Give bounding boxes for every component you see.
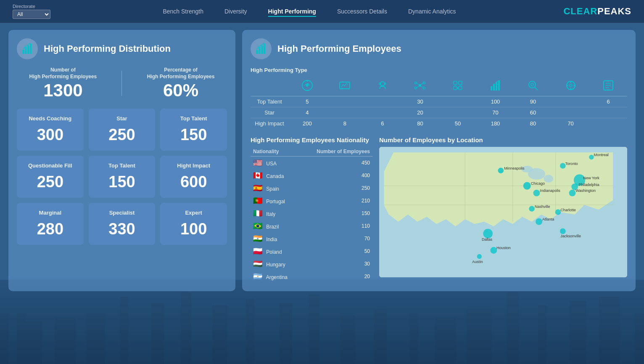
svg-point-62 (415, 87, 417, 89)
svg-rect-33 (507, 292, 519, 364)
svg-rect-38 (586, 316, 599, 364)
flag-icon: 🇨🇦 (253, 171, 262, 180)
icon-header-5 (477, 77, 515, 96)
svg-line-67 (421, 86, 423, 88)
svg-point-86 (570, 84, 572, 87)
nat-name-cell: 🇦🇷 Argentina (251, 270, 300, 283)
nav-diversity[interactable]: Diversity (224, 6, 247, 17)
svg-text:Toronto: Toronto (565, 162, 578, 166)
nat-name: Brazil (266, 224, 279, 230)
flag-icon: 🇦🇷 (253, 272, 262, 281)
icon-header-3 (401, 77, 439, 96)
nat-col2-header: Number of Employees (300, 147, 372, 157)
nav-hight-performing[interactable]: Hight Performing (268, 6, 316, 17)
svg-rect-40 (620, 307, 635, 364)
cell-0-3: 30 (401, 96, 439, 107)
svg-rect-17 (246, 299, 254, 364)
svg-text:Montreal: Montreal (594, 153, 609, 157)
svg-rect-13 (181, 292, 191, 364)
svg-text:Charlotte: Charlotte (560, 208, 576, 212)
svg-line-64 (417, 83, 419, 85)
metric-top-talent-1: Top Talent 150 (160, 109, 227, 151)
nat-name: USA (266, 161, 277, 167)
nat-name-cell: 🇺🇸 USA (251, 157, 300, 170)
svg-rect-11 (151, 303, 164, 364)
metric-value-8: 100 (167, 220, 220, 238)
svg-point-51 (306, 84, 309, 87)
nationality-row: 🇵🇱 Poland 50 (251, 245, 372, 258)
svg-text:Dallas: Dallas (482, 237, 493, 242)
metric-top-talent-2: Top Talent 150 (89, 156, 156, 198)
svg-rect-36 (546, 311, 570, 364)
svg-rect-45 (30, 44, 32, 54)
metric-label-0: Needs Coaching (24, 115, 77, 122)
row-label-1: Star (251, 107, 288, 118)
svg-rect-77 (493, 84, 495, 90)
table-row: Star 4 20 70 60 (251, 107, 627, 118)
icon-header-1 (326, 77, 364, 96)
nat-name: Spain (266, 186, 279, 192)
bottom-section: High Performing Employees Nationality Na… (251, 136, 627, 283)
svg-point-117 (529, 206, 535, 212)
stat-divider (121, 71, 122, 96)
cell-1-8 (589, 107, 627, 118)
count-label: Number of High Performing Employees (29, 67, 97, 80)
left-panel: High Performing Distribution Number of H… (8, 30, 235, 291)
svg-rect-7 (86, 314, 105, 364)
svg-text:Chicago: Chicago (531, 181, 545, 186)
cell-0-5: 100 (477, 96, 515, 107)
cell-0-0: 5 (288, 96, 326, 107)
nationality-row: 🇭🇺 Hungary 30 (251, 258, 372, 270)
cell-1-3: 20 (401, 107, 439, 118)
metric-grid: Needs Coaching 300 Star 250 Top Talent 1… (17, 109, 227, 245)
nav-successors-details[interactable]: Successors Details (337, 6, 387, 17)
cell-2-0: 200 (288, 118, 326, 129)
svg-rect-44 (27, 45, 29, 54)
nav-dynamic-analytics[interactable]: Dynamic Analytics (408, 6, 456, 17)
metric-hight-impact: Hight Impact 600 (160, 156, 227, 198)
row-label-0: Top Talent (251, 96, 288, 107)
nat-name-cell: 🇨🇦 Canada (251, 169, 300, 182)
cell-2-1: 8 (326, 118, 364, 129)
cell-1-6: 60 (514, 107, 552, 118)
nationality-row: 🇮🇹 Italy 150 (251, 207, 372, 220)
cell-2-7: 70 (552, 118, 590, 129)
nat-name: Italy (266, 211, 275, 217)
nat-name: Poland (266, 249, 282, 255)
svg-rect-29 (435, 318, 456, 364)
nat-name-cell: 🇪🇸 Spain (251, 182, 300, 194)
metric-marginal: Marginal 280 (17, 203, 84, 245)
svg-rect-22 (319, 307, 340, 364)
navbar-left: Directorate All (13, 4, 63, 19)
count-value: 1300 (29, 82, 97, 99)
navbar-right: CLEARPEAKS (556, 6, 631, 17)
flag-icon: 🇧🇷 (253, 222, 262, 230)
svg-rect-2 (8, 305, 17, 364)
svg-text:Minneapolis: Minneapolis (504, 166, 525, 170)
stats-row: Number of High Performing Employees 1300… (17, 67, 227, 99)
cell-2-6: 80 (514, 118, 552, 129)
svg-point-61 (423, 82, 425, 84)
nationality-row: 🇧🇷 Brazil 110 (251, 220, 372, 232)
directorate-select[interactable]: All (13, 10, 50, 19)
cell-2-2: 6 (364, 118, 401, 129)
nat-name-cell: 🇵🇹 Portugal (251, 194, 300, 207)
cell-0-7 (552, 96, 590, 107)
icon-header-row (251, 77, 627, 96)
left-card-header: High Performing Distribution (17, 38, 227, 59)
navbar: Directorate All Bench Strength Diversity… (0, 0, 644, 23)
svg-rect-70 (454, 86, 457, 90)
hp-type-label: High Performing Type (251, 67, 627, 73)
nav-bench-strength[interactable]: Bench Strength (163, 6, 203, 17)
svg-point-131 (589, 155, 594, 159)
flag-icon: 🇵🇹 (253, 197, 262, 205)
svg-line-83 (535, 87, 538, 90)
flag-icon: 🇭🇺 (253, 260, 262, 268)
svg-point-113 (569, 190, 576, 197)
svg-rect-25 (374, 309, 387, 364)
metric-label-4: Top Talent (95, 162, 149, 169)
right-panel: High Performing Employees High Performin… (242, 30, 636, 291)
svg-rect-42 (22, 50, 24, 54)
map-container: Minneapolis Chicago New York Philadelphi… (379, 147, 627, 277)
employee-count-block: Number of High Performing Employees 1300 (29, 67, 97, 99)
